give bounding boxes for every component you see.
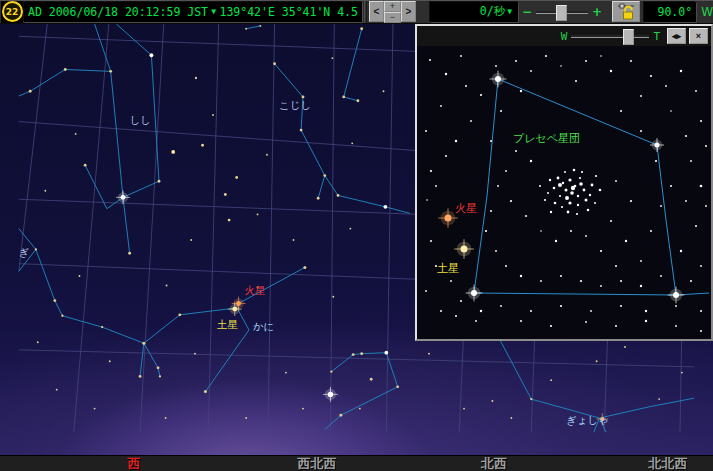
sky-label: しし <box>130 114 151 126</box>
stars <box>425 55 707 332</box>
sky-label: 土星 <box>437 262 459 275</box>
toolbar-separator <box>364 1 367 23</box>
direction-nw: 北西 <box>481 456 507 471</box>
increase-button[interactable]: + <box>384 1 401 12</box>
time-speed-value: 0/秒 <box>480 4 505 19</box>
datetime-location-panel: AD 2006/06/18 20:12:59 JST ▼ 139°42'E 35… <box>24 2 362 22</box>
zoom-in-label[interactable]: + <box>592 5 602 19</box>
sky-label: ぎ <box>19 246 30 258</box>
zoom-window-titlebar[interactable]: W T ◂▸ × <box>417 26 711 46</box>
speed-dropdown-icon[interactable]: ▼ <box>505 7 514 16</box>
sky-label: プレセペ星団 <box>513 132 580 145</box>
toolbar: 22 AD 2006/06/18 20:12:59 JST ▼ 139°42'E… <box>0 0 713 24</box>
sky-label: ぎょしゃ <box>566 414 609 426</box>
sky-label: かに <box>253 320 274 332</box>
zoom-window-view[interactable]: プレセペ星団火星土星 <box>417 46 711 339</box>
plus-minus-stack: + − <box>384 1 401 23</box>
planetarium-app: 22 AD 2006/06/18 20:12:59 JST ▼ 139°42'E… <box>0 0 713 471</box>
padlock-icon <box>616 3 636 20</box>
clock-icon-label: 22 <box>2 1 23 22</box>
datetime-dropdown-icon[interactable]: ▼ <box>209 7 218 16</box>
location-display: 139°42'E 35°41'N 4.5 <box>220 5 358 19</box>
clock-icon[interactable]: 22 <box>1 1 23 23</box>
time-step-pad: < + − > <box>369 1 416 23</box>
compass-bar: 西 西北西 北西 北北西 <box>0 455 713 471</box>
sky-label: 火星 <box>455 202 477 215</box>
step-back-button[interactable]: < <box>369 1 384 22</box>
time-speed-panel: 0/秒 ▼ <box>430 2 518 22</box>
fov-slider-thumb[interactable] <box>556 5 567 21</box>
decrease-button[interactable]: − <box>384 12 401 23</box>
wide-label: W <box>561 30 568 43</box>
direction-nnw: 北北西 <box>649 456 688 471</box>
sky-label: 火星 <box>244 284 265 296</box>
fov-panel: 90.0° <box>644 2 696 22</box>
sky-label: 土星 <box>217 318 238 330</box>
fov-slider[interactable] <box>536 4 588 20</box>
lock-button[interactable] <box>612 1 640 22</box>
direction-west: 西 <box>128 456 141 471</box>
zoom-window[interactable]: W T ◂▸ × プレセペ星団火星土星 <box>415 24 713 341</box>
clipped-edge-label: W <box>701 5 713 19</box>
step-forward-button[interactable]: > <box>401 1 416 22</box>
zoom-window-slider-track[interactable] <box>571 35 649 38</box>
zoom-out-label[interactable]: − <box>522 5 532 19</box>
direction-wnw: 西北西 <box>298 456 337 471</box>
fov-value: 90.0° <box>658 5 693 19</box>
zoom-window-slider[interactable] <box>571 28 649 44</box>
datetime-display: AD 2006/06/18 20:12:59 JST <box>28 5 208 19</box>
zoom-window-slider-thumb[interactable] <box>623 29 634 45</box>
constellation-lines <box>474 79 709 295</box>
tele-label: T <box>653 30 660 43</box>
sky-label: こじし <box>279 99 311 111</box>
close-button[interactable]: × <box>689 28 708 44</box>
resize-button[interactable]: ◂▸ <box>667 28 686 44</box>
zoom-window-chart: プレセペ星団火星土星 <box>417 46 711 339</box>
